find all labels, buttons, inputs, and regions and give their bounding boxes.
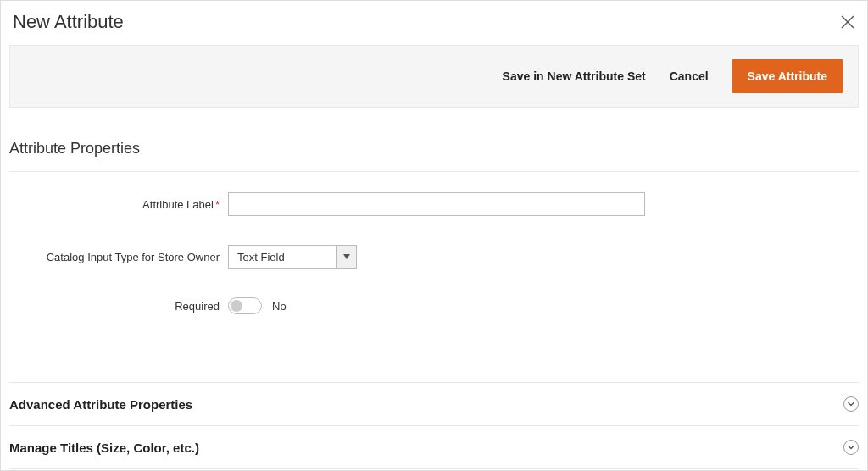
attribute-label-input[interactable] bbox=[228, 192, 645, 216]
input-type-label: Catalog Input Type for Store Owner bbox=[9, 251, 228, 263]
page-title: New Attribute bbox=[13, 11, 124, 33]
action-bar: Save in New Attribute Set Cancel Save At… bbox=[9, 45, 859, 108]
required-value: No bbox=[272, 300, 287, 313]
chevron-down-icon bbox=[336, 246, 356, 268]
attribute-label-label: Attribute Label* bbox=[9, 198, 228, 211]
input-type-select[interactable]: Text Field bbox=[228, 245, 357, 269]
required-toggle[interactable] bbox=[228, 297, 262, 314]
save-in-attribute-set-button[interactable]: Save in New Attribute Set bbox=[503, 69, 646, 83]
chevron-down-icon bbox=[843, 396, 859, 412]
save-attribute-button[interactable]: Save Attribute bbox=[732, 59, 843, 93]
section-title-attribute-properties: Attribute Properties bbox=[9, 140, 859, 158]
collapsible-manage-titles[interactable]: Manage Titles (Size, Color, etc.) bbox=[9, 426, 859, 469]
svg-marker-2 bbox=[343, 254, 350, 259]
cancel-button[interactable]: Cancel bbox=[670, 69, 709, 83]
input-type-value: Text Field bbox=[229, 246, 336, 268]
chevron-down-icon bbox=[843, 440, 859, 455]
collapsible-title: Manage Titles (Size, Color, etc.) bbox=[9, 441, 199, 455]
collapsible-title: Advanced Attribute Properties bbox=[9, 397, 192, 412]
collapsible-advanced-attribute-properties[interactable]: Advanced Attribute Properties bbox=[9, 382, 859, 426]
close-icon[interactable] bbox=[840, 14, 855, 30]
required-label: Required bbox=[9, 300, 228, 313]
